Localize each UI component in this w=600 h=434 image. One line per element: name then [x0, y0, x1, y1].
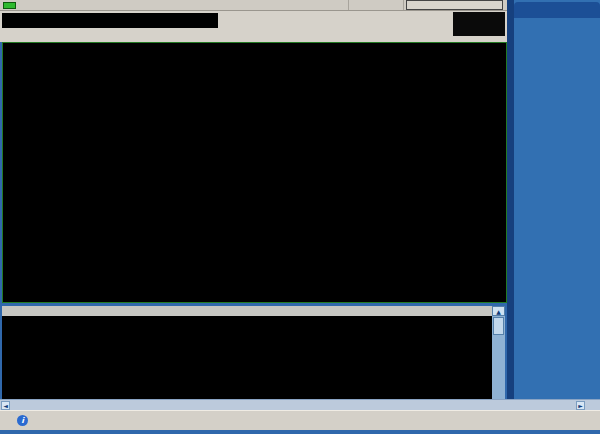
horizontal-scrollbar[interactable]: ◄ ►	[0, 399, 600, 410]
measurement-settings-bar	[0, 11, 507, 42]
sidebar-divider	[507, 0, 514, 399]
menu-title	[514, 2, 600, 18]
scrollbar-thumb[interactable]	[493, 317, 504, 335]
graticule-plot	[3, 43, 506, 302]
top-status-strip	[0, 0, 507, 11]
align-status	[348, 0, 404, 10]
power-led-indicator	[3, 2, 16, 9]
scroll-up-icon[interactable]: ▲	[492, 306, 505, 316]
analyzer-screen: ▲ ◄ ► i	[0, 0, 600, 434]
scroll-right-icon[interactable]: ►	[576, 401, 585, 410]
marker-table: ▲	[2, 306, 505, 399]
rbw-readout	[2, 13, 218, 28]
marker-table-scrollbar[interactable]: ▲	[492, 306, 505, 399]
scroll-left-icon[interactable]: ◄	[1, 401, 10, 410]
message-bar: i	[0, 410, 600, 430]
marker-table-header	[2, 306, 505, 316]
info-icon: i	[17, 415, 28, 426]
spectrum-display	[2, 42, 507, 303]
bw-menu-sidebar	[507, 0, 600, 399]
trace-legend-block	[453, 12, 505, 36]
bottom-frame	[0, 430, 600, 434]
datetime-display	[406, 0, 503, 10]
